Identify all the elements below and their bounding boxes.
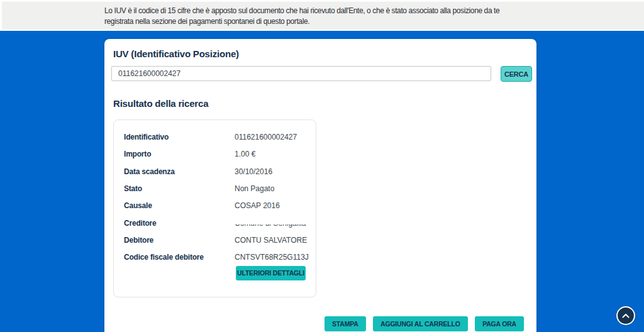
result-row-identificativo: Identificativo 011621600002427	[124, 133, 306, 144]
row-value: 30/10/2016	[235, 167, 272, 176]
result-row-creditore: Creditore Comune di Senigallia	[124, 219, 306, 230]
row-value: CONTU SALVATORE	[235, 236, 307, 245]
result-row-stato: Stato Non Pagato	[124, 184, 306, 196]
result-row-data-scadenza: Data scadenza 30/10/2016	[124, 167, 306, 179]
row-label: Debitore	[124, 236, 153, 245]
page: Lo IUV è il codice di 15 cifre che è app…	[0, 0, 644, 332]
pay-now-button[interactable]: PAGA ORA	[475, 316, 524, 331]
iuv-info-text: Lo IUV è il codice di 15 cifre che è app…	[104, 6, 499, 27]
iuv-info-line-1: Lo IUV è il codice di 15 cifre che è app…	[104, 6, 499, 16]
row-value-redacted: Comune di Senigallia	[235, 219, 306, 228]
result-detail-box: Identificativo 011621600002427 Importo 1…	[113, 119, 316, 297]
row-value: Non Pagato	[235, 184, 274, 193]
row-label: Causale	[124, 201, 152, 210]
row-value: COSAP 2016	[235, 201, 280, 210]
result-row-causale: Causale COSAP 2016	[124, 201, 306, 213]
row-label: Data scadenza	[124, 167, 175, 176]
info-banner: Lo IUV è il codice di 15 cifre che è app…	[2, 1, 644, 30]
iuv-search-input[interactable]	[111, 66, 491, 81]
row-label: Importo	[124, 150, 151, 158]
action-buttons: STAMPA AGGIUNGI AL CARRELLO PAGA ORA	[320, 316, 524, 331]
chevron-up-icon	[622, 313, 630, 318]
row-value: CNTSVT68R25G113J	[235, 253, 309, 262]
result-section-title: Risultato della ricerca	[113, 98, 208, 109]
card-title: IUV (Identificativo Posizione)	[113, 48, 239, 59]
row-label: Creditore	[124, 219, 157, 228]
iuv-info-line-2: registrata nella sezione dei pagamenti s…	[104, 16, 499, 27]
row-label: Identificativo	[124, 133, 169, 141]
add-to-cart-button[interactable]: AGGIUNGI AL CARRELLO	[373, 316, 468, 331]
scroll-to-top-button[interactable]	[616, 306, 635, 325]
further-details-button[interactable]: ULTERIORI DETTAGLI	[236, 266, 306, 280]
result-row-codice-fiscale: Codice fiscale debitore CNTSVT68R25G113J	[124, 253, 306, 264]
row-label: Stato	[124, 184, 142, 193]
search-button[interactable]: CERCA	[501, 66, 532, 82]
result-row-importo: Importo 1.00 €	[124, 150, 306, 161]
print-button[interactable]: STAMPA	[325, 316, 366, 331]
row-label: Codice fiscale debitore	[124, 253, 204, 262]
iuv-search-card: IUV (Identificativo Posizione) CERCA Ris…	[104, 39, 536, 332]
row-value: 011621600002427	[235, 133, 297, 141]
result-row-debitore: Debitore CONTU SALVATORE	[124, 236, 306, 247]
row-value: 1.00 €	[235, 150, 255, 158]
